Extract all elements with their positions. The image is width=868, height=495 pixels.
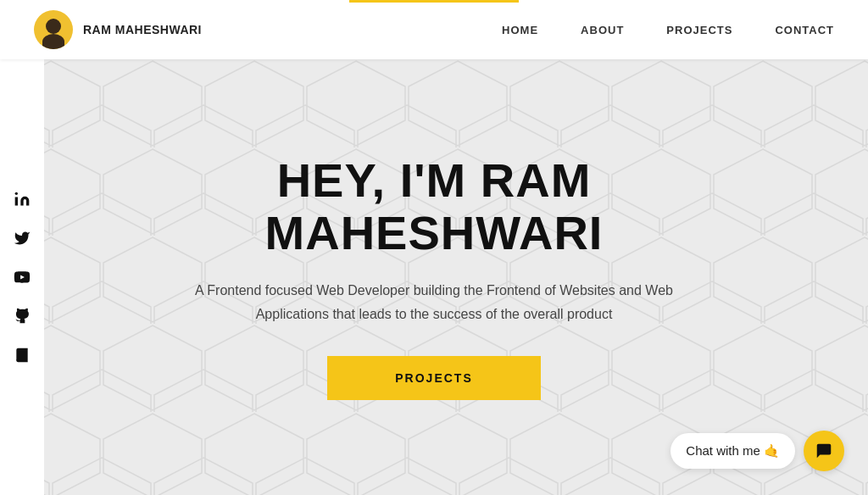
linkedin-icon[interactable]	[14, 191, 31, 208]
nav-link-about[interactable]: ABOUT	[581, 24, 624, 36]
book-icon[interactable]	[14, 347, 31, 364]
twitter-icon[interactable]	[14, 230, 31, 247]
nav-link-projects[interactable]: PROJECTS	[666, 24, 732, 36]
hero-title: HEY, I'M RAM MAHESHWARI	[120, 154, 748, 259]
social-sidebar	[0, 59, 44, 495]
github-icon[interactable]	[14, 308, 31, 325]
nav-links: HOME ABOUT PROJECTS CONTACT	[502, 22, 834, 37]
svg-rect-4	[15, 197, 18, 206]
svg-point-5	[15, 192, 18, 195]
chat-button[interactable]	[804, 431, 844, 471]
nav-item-projects[interactable]: PROJECTS	[666, 22, 732, 37]
nav-link-contact[interactable]: CONTACT	[775, 24, 834, 36]
avatar	[34, 10, 73, 49]
projects-button[interactable]: PROJECTS	[327, 356, 540, 400]
chat-bubble: Chat with me 🤙	[670, 433, 795, 469]
nav-item-contact[interactable]: CONTACT	[775, 22, 834, 37]
hero-subtitle: A Frontend focused Web Developer buildin…	[188, 279, 680, 325]
navbar: RAM MAHESHWARI HOME ABOUT PROJECTS CONTA…	[0, 0, 868, 59]
nav-item-about[interactable]: ABOUT	[581, 22, 624, 37]
hero-content: HEY, I'M RAM MAHESHWARI A Frontend focus…	[103, 154, 765, 400]
brand-name: RAM MAHESHWARI	[83, 23, 202, 36]
chat-widget: Chat with me 🤙	[670, 431, 844, 471]
progress-bar	[349, 0, 519, 3]
chat-bubble-text: Chat with me 🤙	[686, 443, 780, 459]
nav-link-home[interactable]: HOME	[502, 24, 538, 36]
nav-brand[interactable]: RAM MAHESHWARI	[34, 10, 202, 49]
nav-item-home[interactable]: HOME	[502, 22, 538, 37]
hero-section: HEY, I'M RAM MAHESHWARI A Frontend focus…	[0, 59, 868, 495]
youtube-icon[interactable]	[14, 269, 31, 286]
